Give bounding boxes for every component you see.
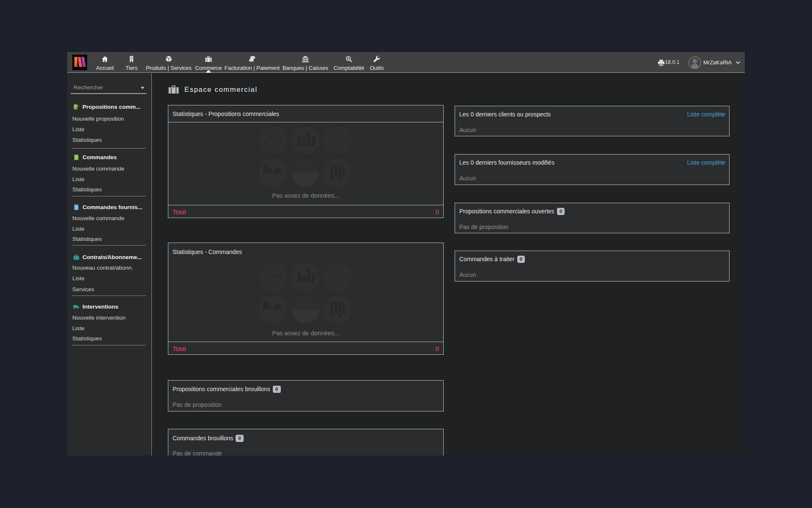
svg-text:$: $ (348, 57, 350, 61)
